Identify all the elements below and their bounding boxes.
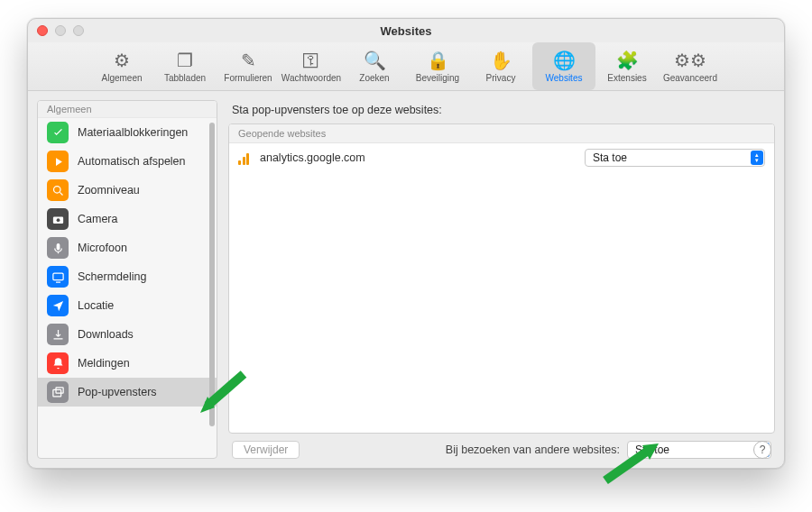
sidebar-item-label: Pop-upvensters: [78, 386, 157, 398]
sidebar-item-location[interactable]: Locatie: [38, 291, 217, 320]
lock-icon: 🔒: [427, 50, 449, 71]
sidebar: Algemeen MateriaalblokkeringenAutomatisc…: [37, 100, 217, 459]
toolbar-tab-websites[interactable]: 🌐Websites: [532, 42, 595, 90]
main-panel: Sta pop-upvensters toe op deze websites:…: [228, 100, 775, 459]
sidebar-item-download[interactable]: Downloads: [38, 320, 217, 349]
preferences-toolbar: ⚙Algemeen❐Tabbladen✎Formulieren⚿Wachtwoo…: [28, 42, 784, 91]
remove-button[interactable]: Verwijder: [232, 441, 300, 459]
sidebar-item-label: Downloads: [78, 328, 134, 341]
sidebar-item-label: Camera: [78, 213, 117, 225]
sidebar-item-screen[interactable]: Schermdeling: [38, 262, 217, 291]
svg-point-0: [53, 186, 60, 193]
key-icon: ⚿: [302, 50, 320, 71]
sidebar-item-mic[interactable]: Microfoon: [38, 233, 217, 262]
site-permission-select[interactable]: Sta toe: [585, 149, 765, 167]
titlebar: Websites: [28, 19, 784, 42]
form-icon: ✎: [241, 50, 256, 71]
hand-icon: ✋: [490, 50, 512, 71]
svg-point-2: [56, 218, 60, 222]
preferences-window: Websites ⚙Algemeen❐Tabbladen✎Formulieren…: [27, 18, 785, 469]
toolbar-tab-beveiliging[interactable]: 🔒Beveiliging: [406, 42, 469, 90]
sidebar-item-zoom[interactable]: Zoomniveau: [38, 176, 217, 205]
toolbar-tab-algemeen[interactable]: ⚙Algemeen: [90, 42, 153, 90]
zoom-icon: [47, 179, 69, 201]
svg-rect-4: [52, 273, 62, 280]
other-websites-select[interactable]: Sta toe: [627, 441, 771, 459]
screen-icon: [47, 266, 69, 288]
websites-listbox: Geopende websites analytics.google.comSt…: [228, 123, 775, 434]
open-websites-header: Geopende websites: [229, 124, 774, 143]
sidebar-item-label: Locatie: [78, 299, 114, 312]
scrollbar-thumb[interactable]: [209, 123, 215, 426]
sidebar-item-label: Microfoon: [78, 242, 127, 254]
sidebar-header: Algemeen: [38, 101, 217, 118]
bell-icon: [47, 352, 69, 374]
toolbar-tab-extensies[interactable]: 🧩Extensies: [595, 42, 659, 90]
toolbar-tab-wachtwoorden[interactable]: ⚿Wachtwoorden: [280, 42, 343, 90]
sidebar-item-camera[interactable]: Camera: [38, 205, 217, 233]
location-icon: [47, 295, 69, 316]
other-websites-select-wrap: Sta toe ▴▾: [627, 441, 771, 459]
puzzle-icon: 🧩: [616, 50, 639, 71]
sidebar-item-popup[interactable]: Pop-upvensters: [38, 378, 217, 407]
tabs-icon: ❐: [177, 50, 193, 71]
gears-icon: ⚙⚙: [674, 50, 706, 71]
site-favicon-icon: [238, 151, 253, 165]
site-row[interactable]: analytics.google.comSta toe▴▾: [229, 143, 774, 172]
window-title: Websites: [28, 24, 784, 38]
sidebar-item-label: Automatisch afspelen: [78, 155, 186, 168]
toolbar-tab-geavanceerd[interactable]: ⚙⚙Geavanceerd: [659, 42, 722, 90]
magnify-icon: 🔍: [364, 50, 386, 71]
camera-icon: [47, 208, 69, 230]
footer-bar: Verwijder Bij bezoeken van andere websit…: [228, 441, 775, 459]
sidebar-item-label: Zoomniveau: [78, 184, 140, 197]
sidebar-item-play[interactable]: Automatisch afspelen: [38, 147, 217, 176]
sidebar-list: MateriaalblokkeringenAutomatisch afspele…: [38, 118, 217, 458]
sidebar-item-bell[interactable]: Meldingen: [38, 349, 217, 378]
toolbar-tab-formulieren[interactable]: ✎Formulieren: [217, 42, 280, 90]
site-permission-select-wrap: Sta toe▴▾: [585, 149, 765, 167]
mic-icon: [47, 237, 69, 259]
popup-icon: [47, 381, 69, 403]
site-domain: analytics.google.com: [260, 151, 577, 164]
toolbar-tab-privacy[interactable]: ✋Privacy: [469, 42, 532, 90]
svg-rect-3: [56, 242, 60, 250]
content-area: Algemeen MateriaalblokkeringenAutomatisc…: [28, 91, 784, 468]
toolbar-tab-zoeken[interactable]: 🔍Zoeken: [343, 42, 406, 90]
other-websites-label: Bij bezoeken van andere websites:: [446, 443, 620, 456]
sidebar-item-label: Schermdeling: [78, 270, 146, 283]
check-icon: [47, 122, 69, 143]
play-icon: [47, 151, 69, 172]
gear-icon: ⚙: [114, 50, 130, 71]
help-button[interactable]: ?: [753, 441, 771, 459]
globe-icon: 🌐: [553, 50, 576, 71]
sidebar-item-label: Meldingen: [78, 357, 130, 370]
sidebar-item-check[interactable]: Materiaalblokkeringen: [38, 118, 217, 147]
toolbar-tab-tabbladen[interactable]: ❐Tabbladen: [153, 42, 217, 90]
sidebar-item-label: Materiaalblokkeringen: [78, 126, 188, 139]
download-icon: [47, 324, 69, 345]
sidebar-scrollbar[interactable]: [209, 117, 215, 454]
main-title: Sta pop-upvensters toe op deze websites:: [228, 100, 775, 116]
